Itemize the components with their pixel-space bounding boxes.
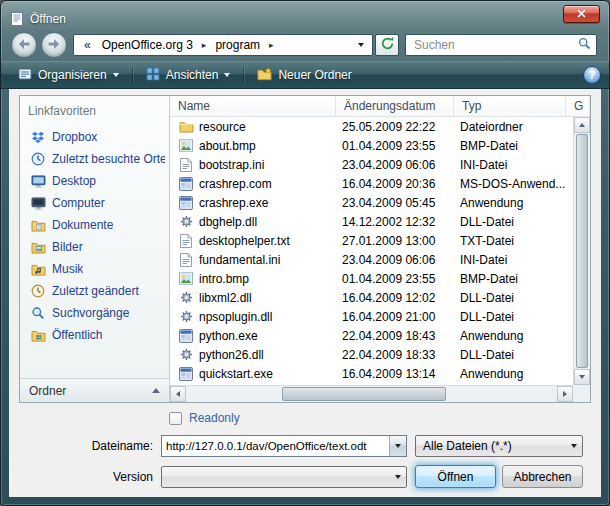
- navigation-bar: « OpenOffice.org 3▸program▸: [1, 31, 609, 61]
- file-row[interactable]: python26.dll22.04.2009 18:33DLL-Datei: [170, 345, 573, 364]
- sidebar-list: DropboxZuletzt besuchte OrteDesktopCompu…: [20, 126, 169, 346]
- file-row[interactable]: npsoplugin.dll16.04.2009 21:00DLL-Datei: [170, 307, 573, 326]
- sidebar-item-öffentlich[interactable]: Öffentlich: [20, 324, 169, 346]
- folders-expander[interactable]: Ordner: [20, 378, 169, 402]
- forward-button[interactable]: [41, 32, 67, 58]
- filename-combobox[interactable]: [161, 435, 407, 457]
- application-icon: [178, 367, 194, 381]
- sidebar-item-musik[interactable]: Musik: [20, 258, 169, 280]
- sidebar-item-label: Zuletzt geändert: [52, 284, 139, 298]
- sidebar-item-zuletzt-besuchte-orte[interactable]: Zuletzt besuchte Orte: [20, 148, 169, 170]
- file-row[interactable]: libxml2.dll16.04.2009 12:02DLL-Datei: [170, 288, 573, 307]
- close-icon: [577, 7, 586, 21]
- scroll-up-button[interactable]: [574, 117, 590, 133]
- search-box[interactable]: [405, 34, 597, 56]
- dll-icon: [178, 215, 194, 228]
- file-type: DLL-Datei: [454, 310, 566, 324]
- file-type: INI-Datei: [454, 253, 566, 267]
- file-date: 16.04.2009 12:02: [336, 291, 454, 305]
- desktop-icon: [30, 175, 46, 188]
- sidebar-item-label: Bilder: [52, 240, 83, 254]
- file-row[interactable]: python.exe22.04.2009 18:43Anwendung: [170, 326, 573, 345]
- toolbar-separator: [243, 67, 244, 83]
- scrollbar-corner: [573, 385, 590, 402]
- sidebar-item-suchvorgänge[interactable]: Suchvorgänge: [20, 302, 169, 324]
- breadcrumb-separator-icon[interactable]: ▸: [200, 40, 209, 50]
- filename-input[interactable]: [162, 440, 389, 452]
- sidebar-item-dokumente[interactable]: Dokumente: [20, 214, 169, 236]
- file-date: 27.01.2009 13:00: [336, 234, 454, 248]
- searches-icon: [30, 306, 46, 320]
- horizontal-scroll-thumb[interactable]: [282, 387, 445, 401]
- help-button[interactable]: ?: [583, 66, 601, 84]
- application-icon: [178, 329, 194, 343]
- version-dropdown-button[interactable]: [389, 467, 406, 487]
- text-file-icon: [178, 158, 194, 172]
- new-folder-label: Neuer Ordner: [278, 68, 351, 82]
- views-button[interactable]: Ansichten: [137, 64, 240, 87]
- sidebar-item-bilder[interactable]: Bilder: [20, 236, 169, 258]
- file-name: bootstrap.ini: [199, 158, 264, 172]
- refresh-button[interactable]: [375, 34, 399, 56]
- titlebar[interactable]: Öffnen: [1, 1, 609, 31]
- breadcrumb-dropdown-icon[interactable]: [354, 43, 368, 47]
- file-row[interactable]: desktophelper.txt27.01.2009 13:00TXT-Dat…: [170, 231, 573, 250]
- filetype-dropdown-button[interactable]: [565, 436, 582, 456]
- refresh-icon: [380, 36, 395, 54]
- version-combobox[interactable]: [161, 466, 407, 488]
- organize-button[interactable]: Organisieren: [9, 64, 128, 87]
- cancel-button[interactable]: Abbrechen: [502, 465, 583, 488]
- new-folder-button[interactable]: Neuer Ordner: [248, 64, 360, 87]
- file-row[interactable]: bootstrap.ini23.04.2009 06:06INI-Datei: [170, 155, 573, 174]
- filename-dropdown-button[interactable]: [389, 436, 406, 456]
- breadcrumb[interactable]: « OpenOffice.org 3▸program▸: [73, 34, 373, 56]
- file-type: MS-DOS-Anwend...: [454, 177, 566, 191]
- sidebar-item-zuletzt-geändert[interactable]: Zuletzt geändert: [20, 280, 169, 302]
- file-row[interactable]: crashrep.com16.04.2009 20:36MS-DOS-Anwen…: [170, 174, 573, 193]
- file-row[interactable]: about.bmp01.04.2009 23:55BMP-Datei: [170, 136, 573, 155]
- sidebar-item-computer[interactable]: Computer: [20, 192, 169, 214]
- file-row[interactable]: dbghelp.dll14.12.2002 12:32DLL-Datei: [170, 212, 573, 231]
- breadcrumb-item[interactable]: OpenOffice.org 3: [95, 38, 200, 52]
- file-date: 23.04.2009 05:45: [336, 196, 454, 210]
- sidebar-item-desktop[interactable]: Desktop: [20, 170, 169, 192]
- column-header-änderungsdatum[interactable]: Änderungsdatum: [336, 96, 454, 116]
- file-row[interactable]: resource25.05.2009 22:22Dateiordner: [170, 117, 573, 136]
- search-input[interactable]: [412, 37, 578, 53]
- scroll-left-button[interactable]: [170, 386, 186, 402]
- file-row[interactable]: quickstart.exe16.04.2009 13:14Anwendung: [170, 364, 573, 383]
- breadcrumb-item[interactable]: program: [208, 38, 267, 52]
- vertical-scroll-thumb[interactable]: [576, 134, 588, 368]
- breadcrumb-separator-icon[interactable]: ▸: [267, 40, 276, 50]
- open-button[interactable]: Öffnen: [415, 465, 496, 488]
- horizontal-scroll-track[interactable]: [186, 386, 557, 402]
- scroll-down-button[interactable]: [574, 369, 590, 385]
- image-file-icon: [178, 139, 194, 152]
- filetype-value: Alle Dateien (*.*): [423, 439, 565, 453]
- column-header-g[interactable]: G: [566, 96, 590, 116]
- back-button[interactable]: [11, 32, 37, 58]
- file-row[interactable]: fundamental.ini23.04.2009 06:06INI-Datei: [170, 250, 573, 269]
- column-header-name[interactable]: Name: [170, 96, 336, 116]
- file-row[interactable]: intro.bmp01.04.2009 23:55BMP-Datei: [170, 269, 573, 288]
- file-name: quickstart.exe: [199, 367, 273, 381]
- scroll-right-button[interactable]: [557, 386, 573, 402]
- readonly-label[interactable]: Readonly: [189, 411, 240, 425]
- horizontal-scrollbar[interactable]: [170, 385, 573, 402]
- filetype-combobox[interactable]: Alle Dateien (*.*): [415, 435, 583, 457]
- filename-row: Dateiname: Alle Dateien (*.*): [19, 434, 591, 457]
- vertical-scrollbar[interactable]: [573, 117, 590, 385]
- file-type: BMP-Datei: [454, 272, 566, 286]
- readonly-row: Readonly: [169, 410, 591, 426]
- file-pane: NameÄnderungsdatumTypG resource25.05.200…: [170, 96, 590, 402]
- readonly-checkbox[interactable]: [169, 412, 182, 425]
- file-date: 23.04.2009 06:06: [336, 158, 454, 172]
- file-row[interactable]: crashrep.exe23.04.2009 05:45Anwendung: [170, 193, 573, 212]
- sidebar-item-label: Computer: [52, 196, 105, 210]
- sidebar-item-dropbox[interactable]: Dropbox: [20, 126, 169, 148]
- breadcrumb-overflow-chevron[interactable]: «: [80, 38, 95, 52]
- command-toolbar: Organisieren Ansichten Neuer Ordner ?: [1, 61, 609, 89]
- chevron-down-icon: [571, 444, 577, 448]
- column-header-typ[interactable]: Typ: [454, 96, 566, 116]
- close-button[interactable]: [563, 5, 600, 23]
